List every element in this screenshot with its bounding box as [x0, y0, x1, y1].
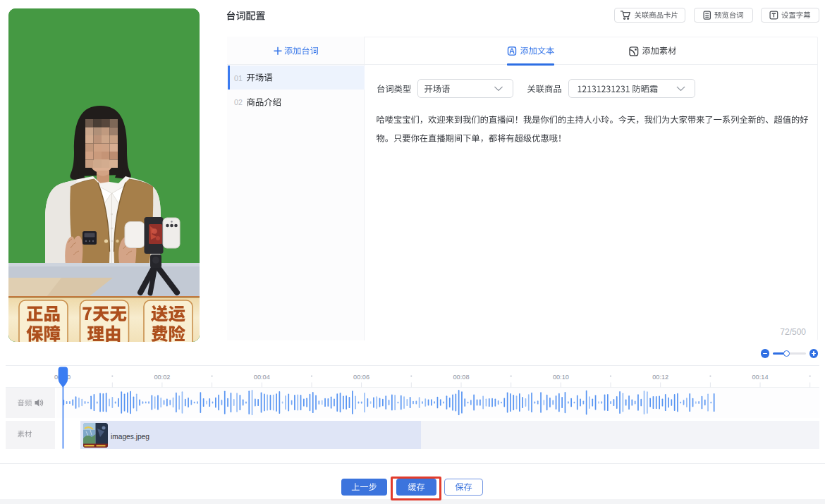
- svg-text:00:08: 00:08: [453, 374, 470, 381]
- svg-text:00:10: 00:10: [553, 374, 569, 381]
- svg-text:00:14: 00:14: [752, 374, 769, 381]
- svg-text:00:12: 00:12: [652, 374, 668, 381]
- svg-text:00:04: 00:04: [254, 374, 270, 381]
- svg-text:00:02: 00:02: [154, 374, 170, 381]
- svg-text:00:06: 00:06: [353, 374, 369, 381]
